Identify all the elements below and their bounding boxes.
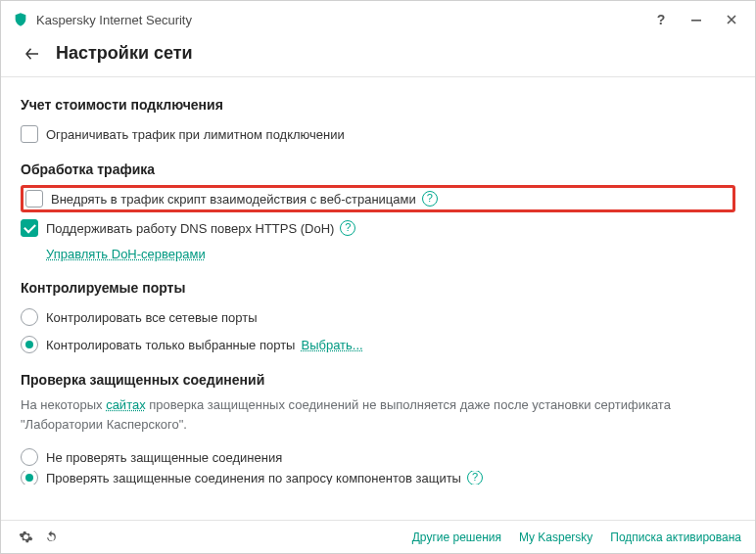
row-ports-selected: Контролировать только выбранные порты Вы… bbox=[21, 331, 735, 358]
help-icon[interactable]: ? bbox=[422, 191, 438, 207]
subheader: Настройки сети bbox=[1, 38, 755, 77]
svg-rect-0 bbox=[691, 20, 701, 22]
section-cost-title: Учет стоимости подключения bbox=[21, 97, 735, 113]
label-check-on-request: Проверять защищенные соединения по запро… bbox=[46, 471, 461, 485]
minimize-button[interactable] bbox=[679, 5, 714, 34]
radio-check-on-request[interactable] bbox=[21, 471, 38, 485]
label-ports-all: Контролировать все сетевые порты bbox=[46, 310, 258, 325]
label-no-check: Не проверять защищенные соединения bbox=[46, 450, 282, 465]
label-dns-doh: Поддерживать работу DNS поверх HTTPS (Do… bbox=[46, 221, 334, 236]
section-ports-title: Контролируемые порты bbox=[21, 280, 735, 296]
help-icon[interactable]: ? bbox=[340, 220, 355, 236]
radio-ports-selected[interactable] bbox=[21, 336, 38, 353]
back-button[interactable] bbox=[19, 40, 46, 68]
section-traffic-title: Обработка трафика bbox=[21, 162, 735, 177]
radio-no-check[interactable] bbox=[21, 448, 38, 466]
label-inject-script: Внедрять в трафик скрипт взаимодействия … bbox=[51, 192, 416, 207]
titlebar: Kaspersky Internet Security ? bbox=[1, 1, 755, 38]
label-ports-selected: Контролировать только выбранные порты bbox=[46, 338, 295, 352]
footer-subscription[interactable]: Подписка активирована bbox=[610, 531, 741, 544]
link-sites[interactable]: сайтах bbox=[106, 397, 146, 412]
section-secure-title: Проверка защищенных соединений bbox=[21, 372, 735, 388]
row-dns-doh: Поддерживать работу DNS поверх HTTPS (Do… bbox=[21, 214, 735, 242]
row-limit-traffic: Ограничивать трафик при лимитном подключ… bbox=[21, 120, 735, 148]
secure-note-pre: На некоторых bbox=[21, 397, 106, 412]
row-check-on-request: Проверять защищенные соединения по запро… bbox=[21, 471, 735, 485]
row-manage-doh: Управлять DoH-серверами bbox=[21, 242, 735, 266]
close-button[interactable] bbox=[714, 5, 749, 34]
checkbox-limit-traffic[interactable] bbox=[21, 125, 38, 143]
help-button[interactable]: ? bbox=[643, 5, 679, 34]
secure-note: На некоторых сайтах проверка защищенных … bbox=[21, 395, 735, 434]
settings-icon[interactable] bbox=[15, 527, 36, 548]
app-logo-icon bbox=[13, 12, 28, 27]
footer-my-kaspersky[interactable]: My Kaspersky bbox=[519, 531, 592, 544]
help-icon[interactable]: ? bbox=[467, 471, 483, 485]
row-ports-all: Контролировать все сетевые порты bbox=[21, 303, 735, 331]
checkbox-dns-doh[interactable] bbox=[21, 219, 38, 237]
content-scroll[interactable]: Учет стоимости подключения Ограничивать … bbox=[1, 77, 755, 520]
checkbox-inject-script[interactable] bbox=[25, 190, 43, 208]
link-select-ports[interactable]: Выбрать... bbox=[301, 338, 362, 352]
link-manage-doh[interactable]: Управлять DoH-серверами bbox=[46, 247, 206, 261]
app-title: Kaspersky Internet Security bbox=[36, 13, 192, 27]
refresh-icon[interactable] bbox=[40, 527, 62, 548]
footer: Другие решения My Kaspersky Подписка акт… bbox=[1, 520, 755, 553]
row-no-check: Не проверять защищенные соединения bbox=[21, 443, 735, 471]
page-title: Настройки сети bbox=[56, 43, 193, 64]
highlighted-inject-row: Внедрять в трафик скрипт взаимодействия … bbox=[21, 185, 735, 212]
app-window: Kaspersky Internet Security ? Настройки … bbox=[0, 0, 756, 554]
label-limit-traffic: Ограничивать трафик при лимитном подключ… bbox=[46, 127, 345, 142]
footer-other-solutions[interactable]: Другие решения bbox=[412, 531, 501, 544]
radio-ports-all[interactable] bbox=[21, 308, 38, 326]
